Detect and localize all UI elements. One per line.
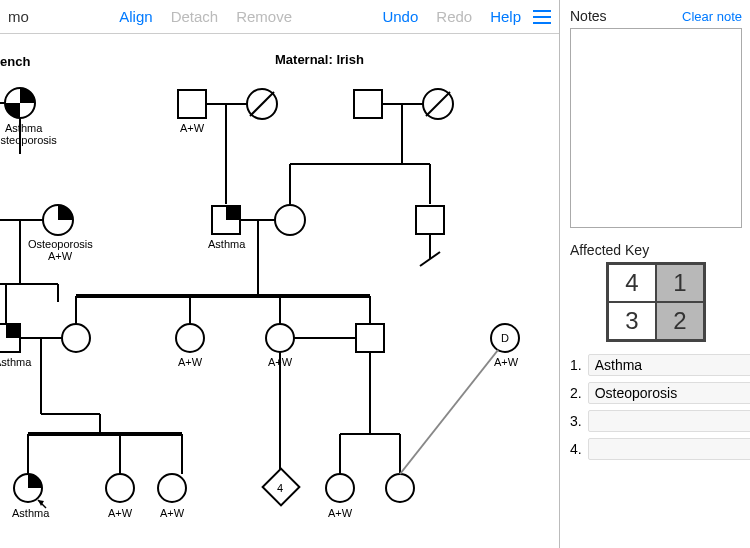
affected-key-grid: 4 1 3 2 (606, 262, 706, 342)
svg-text:Osteoporosis: Osteoporosis (0, 134, 57, 146)
remove-button[interactable]: Remove (236, 8, 292, 25)
person-node[interactable]: 4 (263, 469, 300, 506)
svg-rect-35 (6, 324, 20, 338)
svg-point-30 (275, 205, 305, 235)
person-node[interactable]: Osteoporosis A+W (28, 205, 93, 262)
svg-point-83 (326, 474, 354, 502)
svg-text:4: 4 (277, 482, 283, 494)
person-node[interactable]: A+W (158, 474, 186, 519)
person-node[interactable]: Asthma (0, 324, 32, 368)
legend-input-1[interactable] (588, 354, 750, 376)
person-node[interactable] (354, 90, 382, 118)
svg-text:A+W: A+W (108, 507, 133, 519)
legend-number: 3. (570, 413, 582, 429)
person-node[interactable] (416, 206, 444, 234)
svg-text:A+W: A+W (328, 507, 353, 519)
person-node[interactable]: A+W (176, 324, 204, 368)
pedigree-canvas[interactable]: ench Maternal: Irish Asthma Osteoporosis (0, 34, 559, 548)
svg-text:A+W: A+W (160, 507, 185, 519)
main-panel: mo Align Detach Remove Undo Redo Help en… (0, 0, 560, 548)
svg-point-69 (106, 474, 134, 502)
svg-text:A+W: A+W (48, 250, 73, 262)
clear-note-button[interactable]: Clear note (682, 9, 742, 24)
svg-rect-10 (354, 90, 382, 118)
person-node[interactable]: A+W (106, 474, 134, 519)
svg-rect-31 (416, 206, 444, 234)
svg-text:Asthma: Asthma (12, 507, 50, 519)
legend-number: 1. (570, 357, 582, 373)
legend-number: 2. (570, 385, 582, 401)
svg-text:Asthma: Asthma (208, 238, 246, 250)
detach-button[interactable]: Detach (171, 8, 219, 25)
legend-list: 1. × HPO 2. × HPO 3. (570, 354, 742, 466)
redo-button[interactable]: Redo (436, 8, 472, 25)
key-cell-4: 4 (608, 264, 656, 302)
svg-text:Osteoporosis: Osteoporosis (28, 238, 93, 250)
notes-input[interactable] (570, 28, 742, 228)
align-button[interactable]: Align (119, 8, 152, 25)
person-node[interactable] (62, 324, 90, 352)
svg-text:D: D (501, 332, 509, 344)
svg-rect-27 (226, 206, 240, 220)
legend-input-2[interactable] (588, 382, 750, 404)
key-cell-3: 3 (608, 302, 656, 340)
svg-point-48 (62, 324, 90, 352)
svg-point-72 (158, 474, 186, 502)
svg-text:A+W: A+W (494, 356, 519, 368)
key-cell-1: 1 (656, 264, 704, 302)
svg-text:Asthma: Asthma (5, 122, 43, 134)
legend-input-4[interactable] (588, 438, 750, 460)
notes-title: Notes (570, 8, 607, 24)
app-title: mo (8, 8, 29, 25)
undo-button[interactable]: Undo (382, 8, 418, 25)
svg-point-85 (386, 474, 414, 502)
person-node[interactable] (275, 205, 305, 235)
person-node[interactable]: Asthma (208, 206, 246, 250)
svg-text:A+W: A+W (178, 356, 203, 368)
side-panel: Notes Clear note Affected Key 4 1 3 2 1.… (560, 0, 750, 548)
toolbar: mo Align Detach Remove Undo Redo Help (0, 0, 559, 34)
svg-text:A+W: A+W (180, 122, 205, 134)
affected-key-title: Affected Key (570, 242, 742, 258)
key-cell-2: 2 (656, 302, 704, 340)
svg-rect-54 (356, 324, 384, 352)
svg-text:Asthma: Asthma (0, 356, 32, 368)
person-node[interactable] (386, 474, 414, 502)
person-node[interactable]: D A+W (491, 324, 519, 368)
person-node[interactable]: A+W (326, 474, 354, 519)
person-node[interactable] (356, 324, 384, 352)
person-node[interactable]: A+W (178, 90, 206, 134)
person-node[interactable] (423, 89, 453, 119)
menu-icon[interactable] (533, 10, 551, 24)
paternal-label: ench (0, 54, 30, 69)
legend-number: 4. (570, 441, 582, 457)
help-button[interactable]: Help (490, 8, 521, 25)
svg-point-51 (266, 324, 294, 352)
svg-rect-5 (178, 90, 206, 118)
person-node[interactable]: Asthma (12, 474, 50, 519)
svg-line-86 (400, 350, 498, 474)
person-node[interactable]: Asthma Osteoporosis (0, 88, 57, 146)
svg-point-49 (176, 324, 204, 352)
maternal-label: Maternal: Irish (275, 52, 364, 67)
legend-input-3[interactable] (588, 410, 750, 432)
person-node[interactable] (247, 89, 277, 119)
